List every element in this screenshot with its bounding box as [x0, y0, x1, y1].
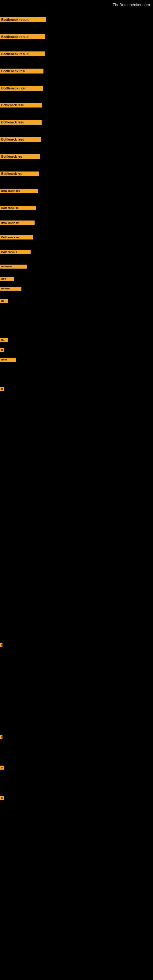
bottleneck-result-label: B: [0, 348, 4, 352]
bottleneck-result-label: |: [0, 643, 2, 647]
bottleneck-result-label: Bott: [0, 277, 14, 281]
bottleneck-result-label: Bottleneck res: [0, 154, 40, 159]
bottleneck-result-label: Bottleneck result: [0, 51, 45, 56]
bottleneck-result-label: Bottleneck re: [0, 235, 33, 240]
bottleneck-result-label: Bottleneck res: [0, 172, 39, 176]
bottleneck-result-label: Bottleneck re: [0, 206, 36, 210]
bottleneck-result-label: Bottleneck resul: [0, 68, 43, 73]
bottleneck-result-label: Bottleneck res: [0, 189, 38, 193]
bottleneck-result-label: Bottleneck result: [0, 34, 45, 39]
site-title: TheBottlenecker.com: [113, 2, 150, 7]
bottleneck-result-label: Bottleneck re: [0, 221, 35, 225]
bottleneck-result-label: B: [0, 796, 4, 800]
bottleneck-result-label: Bottlenec: [0, 265, 27, 269]
bottleneck-result-label: Bo: [0, 338, 8, 342]
bottleneck-result-label: Bottleneck resu: [0, 120, 41, 125]
bottleneck-result-label: |: [0, 735, 2, 739]
bottleneck-result-label: Bottleneck resu: [0, 103, 42, 108]
bottleneck-result-label: Bo: [0, 299, 8, 303]
bottleneck-result-label: B: [0, 387, 4, 391]
bottleneck-result-label: Bottleneck result: [0, 17, 46, 22]
bottleneck-result-label: Bottleneck resul: [0, 86, 43, 91]
bottleneck-result-label: Bottleneck r: [0, 250, 30, 254]
bottleneck-result-label: Bottleneck resu: [0, 137, 41, 142]
bottleneck-result-label: E: [0, 766, 4, 770]
bottleneck-result-label: Bottl: [0, 358, 16, 362]
bottleneck-result-label: Bottlen: [0, 286, 21, 291]
